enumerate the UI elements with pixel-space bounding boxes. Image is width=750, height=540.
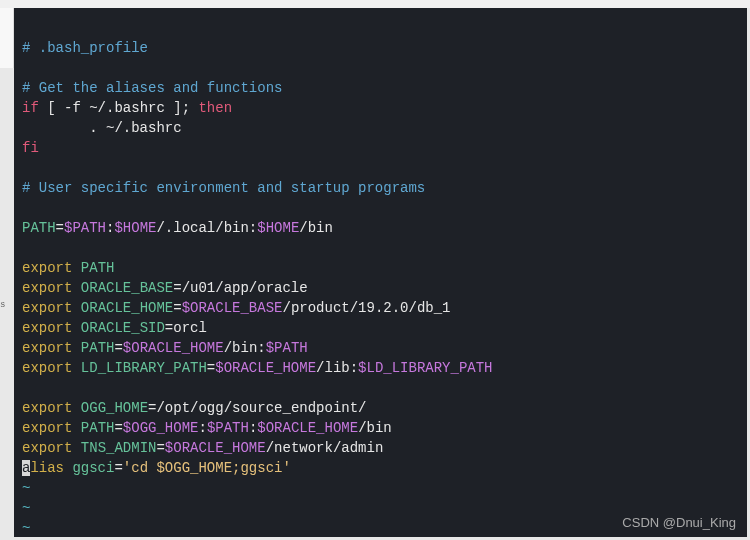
kw-export: export — [22, 260, 72, 276]
eq: = — [156, 440, 164, 456]
left-gutter-s: s — [0, 300, 14, 320]
kw-alias: lias — [30, 460, 64, 476]
eq: = — [114, 340, 122, 356]
var-name: PATH — [72, 260, 114, 276]
eq: = — [207, 360, 215, 376]
source-line: . ~/.bashrc — [22, 120, 182, 136]
var-ref: $PATH — [64, 220, 106, 236]
eq: = — [114, 460, 122, 476]
kw-fi: fi — [22, 140, 39, 156]
vim-tilde: ~ — [22, 500, 30, 516]
comment-line: # Get the aliases and functions — [22, 80, 282, 96]
val: /opt/ogg/source_endpoint/ — [156, 400, 366, 416]
eq: = — [173, 280, 181, 296]
kw-if: if — [22, 100, 39, 116]
path-text: /bin — [358, 420, 392, 436]
var-name: ORACLE_BASE — [72, 280, 173, 296]
eq: = — [114, 420, 122, 436]
path-text: /.local/bin: — [156, 220, 257, 236]
kw-export: export — [22, 360, 72, 376]
var-ref: $ORACLE_BASE — [182, 300, 283, 316]
eq: = — [173, 300, 181, 316]
eq: = — [56, 220, 64, 236]
var-name: ORACLE_HOME — [72, 300, 173, 316]
sep: : — [198, 420, 206, 436]
var-path: PATH — [22, 220, 56, 236]
var-name: PATH — [72, 420, 114, 436]
watermark-text: CSDN @Dnui_King — [622, 515, 736, 530]
path-text: /network/admin — [266, 440, 384, 456]
kw-export: export — [22, 340, 72, 356]
var-ref: $ORACLE_HOME — [215, 360, 316, 376]
var-ref: $HOME — [257, 220, 299, 236]
path-text: /product/19.2.0/db_1 — [282, 300, 450, 316]
kw-export: export — [22, 440, 72, 456]
var-ref: $HOME — [114, 220, 156, 236]
vim-tilde: ~ — [22, 520, 30, 536]
kw-then: then — [198, 100, 232, 116]
alias-name: ggsci — [64, 460, 114, 476]
path-text: /bin: — [224, 340, 266, 356]
vim-tilde: ~ — [22, 480, 30, 496]
kw-export: export — [22, 320, 72, 336]
window-topbar — [0, 0, 750, 8]
var-name: ORACLE_SID — [72, 320, 164, 336]
left-gutter — [0, 8, 14, 68]
kw-export: export — [22, 300, 72, 316]
path-text: /bin — [299, 220, 333, 236]
code-editor[interactable]: # .bash_profile # Get the aliases and fu… — [14, 8, 747, 537]
path-text: /lib: — [316, 360, 358, 376]
var-ref: $PATH — [207, 420, 249, 436]
val: /u01/app/oracle — [182, 280, 308, 296]
kw-export: export — [22, 280, 72, 296]
var-name: PATH — [72, 340, 114, 356]
var-ref: $PATH — [266, 340, 308, 356]
var-ref: $LD_LIBRARY_PATH — [358, 360, 492, 376]
var-ref: $ORACLE_HOME — [123, 340, 224, 356]
var-ref: $ORACLE_HOME — [257, 420, 358, 436]
var-ref: $ORACLE_HOME — [165, 440, 266, 456]
var-ref: $OGG_HOME — [123, 420, 199, 436]
var-name: LD_LIBRARY_PATH — [72, 360, 206, 376]
val: orcl — [173, 320, 207, 336]
alias-string: 'cd $OGG_HOME;ggsci' — [123, 460, 291, 476]
kw-export: export — [22, 400, 72, 416]
var-name: TNS_ADMIN — [72, 440, 156, 456]
kw-export: export — [22, 420, 72, 436]
var-name: OGG_HOME — [72, 400, 148, 416]
test-expr: [ -f ~/.bashrc ]; — [39, 100, 199, 116]
eq: = — [165, 320, 173, 336]
comment-line: # .bash_profile — [22, 40, 148, 56]
comment-line: # User specific environment and startup … — [22, 180, 425, 196]
